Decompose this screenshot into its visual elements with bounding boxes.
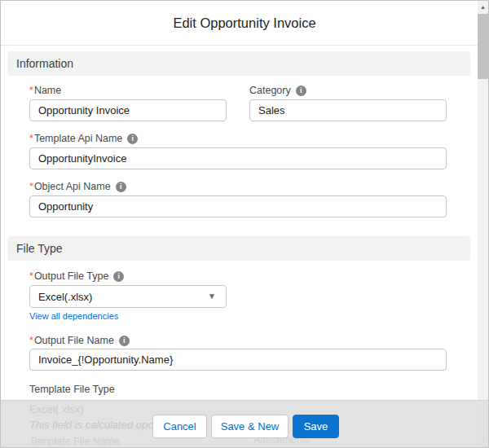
template-api-name-input[interactable] bbox=[29, 147, 447, 169]
output-file-type-combobox[interactable]: Excel(.xlsx) ▼ bbox=[29, 285, 227, 308]
object-api-name-input[interactable] bbox=[29, 195, 447, 217]
scrollbar-thumb[interactable] bbox=[478, 14, 488, 79]
view-all-dependencies-link[interactable]: View all dependencies bbox=[29, 311, 118, 321]
scrollbar-up-arrow-icon[interactable]: ▲ bbox=[478, 1, 488, 13]
chevron-down-icon: ▼ bbox=[208, 292, 216, 301]
output-file-type-value: Excel(.xlsx) bbox=[38, 291, 92, 303]
modal-title: Edit Opportunity Invoice bbox=[173, 15, 315, 31]
obscured-template-file-name-label: Template File Name bbox=[29, 436, 120, 447]
required-asterisk: * bbox=[29, 335, 33, 346]
category-input[interactable] bbox=[249, 99, 447, 121]
obscured-template-file-type-value: Excel(.xlsx) bbox=[29, 403, 83, 415]
required-asterisk: * bbox=[29, 133, 33, 144]
output-file-name-label: *Output File Name i bbox=[29, 335, 130, 346]
save-and-new-button[interactable]: Save & New bbox=[211, 415, 289, 438]
object-api-name-label: *Object Api Name i bbox=[29, 181, 126, 192]
output-file-type-info-icon[interactable]: i bbox=[113, 271, 124, 282]
modal-footer: Excel(.xlsx) This field is calculated up… bbox=[1, 400, 488, 447]
cancel-button[interactable]: Cancel bbox=[152, 415, 207, 438]
save-button[interactable]: Save bbox=[293, 415, 339, 438]
section-information-title: Information bbox=[16, 57, 73, 70]
output-file-name-info-icon[interactable]: i bbox=[119, 336, 130, 346]
object-api-name-info-icon[interactable]: i bbox=[116, 182, 126, 192]
category-info-icon[interactable]: i bbox=[296, 86, 306, 96]
modal-header: Edit Opportunity Invoice bbox=[1, 1, 488, 46]
output-file-type-label: *Output File Type i bbox=[29, 270, 124, 282]
scrollbar[interactable]: ▲ ▼ bbox=[478, 1, 488, 447]
section-file-type: File Type bbox=[7, 236, 470, 261]
category-label: Category i bbox=[249, 85, 306, 96]
template-file-type-label: Template File Type bbox=[29, 384, 115, 395]
section-information: Information bbox=[7, 51, 470, 76]
section-file-type-title: File Type bbox=[16, 242, 63, 255]
name-label: *Name bbox=[29, 85, 61, 96]
required-asterisk: * bbox=[29, 85, 33, 96]
name-input[interactable] bbox=[29, 99, 227, 121]
required-asterisk: * bbox=[29, 270, 33, 282]
template-api-name-info-icon[interactable]: i bbox=[127, 134, 138, 144]
required-asterisk: * bbox=[29, 181, 33, 192]
output-file-name-input[interactable] bbox=[29, 349, 447, 371]
edit-opportunity-invoice-modal: Edit Opportunity Invoice Information *Na… bbox=[0, 0, 489, 448]
template-api-name-label: *Template Api Name i bbox=[29, 133, 138, 144]
